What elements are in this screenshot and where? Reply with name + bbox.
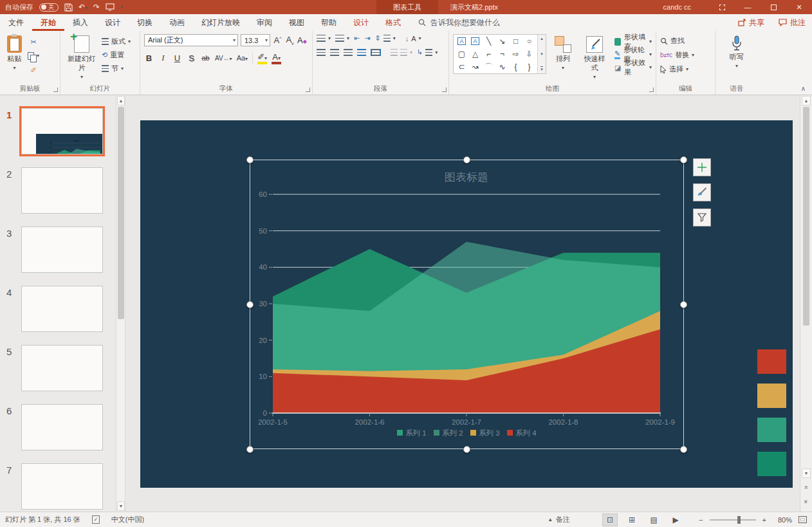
shape-glyph[interactable]: ∿ xyxy=(499,63,505,71)
undo-icon[interactable]: ↶▾ xyxy=(78,3,88,11)
bold-button[interactable]: B xyxy=(144,53,154,63)
shape-glyph[interactable]: ○ xyxy=(527,37,531,45)
quick-styles-button[interactable]: 快速样式▾ xyxy=(580,34,609,79)
thumb-scroll-up-icon[interactable]: ▲ xyxy=(117,96,125,106)
comments-button[interactable]: 批注 xyxy=(779,17,806,28)
select-button[interactable]: 选择▾ xyxy=(660,64,711,74)
ribbon-display-options-icon[interactable] xyxy=(709,0,735,14)
strikethrough-button[interactable]: ab xyxy=(201,54,210,62)
character-spacing-button[interactable]: AV↔▾ xyxy=(215,55,232,62)
tab-文件[interactable]: 文件 xyxy=(0,14,32,31)
tab-切换[interactable]: 切换 xyxy=(129,14,161,31)
slide-thumbnail-6[interactable] xyxy=(21,404,103,450)
next-slide-button[interactable]: » xyxy=(802,497,811,506)
slide-thumbnail-2[interactable] xyxy=(21,167,103,214)
zoom-out-button[interactable]: − xyxy=(699,516,703,524)
tab-插入[interactable]: 插入 xyxy=(64,14,97,31)
shape-glyph[interactable]: △ xyxy=(472,50,478,58)
paragraph-dialog-launcher-icon[interactable] xyxy=(442,88,447,92)
font-name-select[interactable]: Arial (正文)▾ xyxy=(144,34,238,46)
qat-customize-icon[interactable]: ▾ xyxy=(120,5,123,10)
slide-accent-swatch[interactable] xyxy=(757,349,786,374)
tell-me-search[interactable]: 告诉我你想要做什么 xyxy=(418,14,500,31)
new-slide-button[interactable]: 新建幻灯片 ▾ xyxy=(64,34,99,83)
gallery-more-icon[interactable]: ▾ xyxy=(540,66,543,72)
reset-button[interactable]: ⟲重置 xyxy=(102,50,131,60)
shape-glyph[interactable]: ⇩ xyxy=(526,50,532,58)
shrink-font-button[interactable]: Av xyxy=(285,35,295,46)
start-slideshow-icon[interactable] xyxy=(106,3,115,11)
tab-动画[interactable]: 动画 xyxy=(161,14,193,31)
minimize-button[interactable]: — xyxy=(735,0,761,14)
shape-glyph[interactable]: □ xyxy=(513,37,518,45)
shape-glyph[interactable]: ⇨ xyxy=(512,50,519,58)
slide-thumbnail-7[interactable] xyxy=(21,463,103,510)
shape-glyph[interactable]: ▢ xyxy=(458,50,465,58)
shape-glyph[interactable]: ¬ xyxy=(500,50,504,58)
underline-button[interactable]: U xyxy=(172,53,182,63)
reading-view-button[interactable]: ▤ xyxy=(646,513,661,526)
tab-格式[interactable]: 格式 xyxy=(377,14,409,31)
line-spacing-button[interactable]: ⇕▾ xyxy=(374,34,395,42)
numbering-button[interactable]: ▾ xyxy=(335,35,349,42)
distribute-button[interactable] xyxy=(371,49,381,56)
slide-accent-swatch[interactable] xyxy=(757,418,786,442)
text-direction-button[interactable]: ↓A▾ xyxy=(405,35,421,42)
italic-button[interactable]: I xyxy=(158,53,168,63)
drawing-dialog-launcher-icon[interactable] xyxy=(649,88,654,92)
align-left-button[interactable] xyxy=(317,49,326,56)
slideshow-view-button[interactable]: ▶ xyxy=(668,513,683,526)
bullets-button[interactable]: ▾ xyxy=(317,35,331,42)
thumb-scroll-down-icon[interactable]: ▼ xyxy=(117,501,125,511)
increase-indent-button[interactable]: ⇥ xyxy=(364,34,370,42)
convert-smartart-button[interactable]: ↳▾ xyxy=(417,48,438,57)
clipboard-dialog-launcher-icon[interactable] xyxy=(53,88,58,92)
shape-glyph[interactable]: { xyxy=(514,63,517,71)
slide-thumbnail-3[interactable] xyxy=(21,227,103,273)
find-button[interactable]: 查找 xyxy=(660,36,711,46)
language-indicator[interactable]: 中文(中国) xyxy=(111,515,144,524)
notes-button[interactable]: ▲ 备注 xyxy=(548,515,570,524)
selection-handle-ne[interactable] xyxy=(680,156,687,163)
decrease-indent-button[interactable]: ⇤ xyxy=(354,34,360,42)
shape-glyph[interactable]: ⊂ xyxy=(458,63,465,71)
zoom-slider-knob[interactable] xyxy=(737,516,741,524)
arrange-button[interactable]: 排列▾ xyxy=(551,34,575,79)
thumbnail-scrollbar[interactable]: ▲ ▼ xyxy=(116,95,125,512)
justify-button[interactable] xyxy=(357,49,366,56)
replace-button[interactable]: b⇄c替换▾ xyxy=(660,50,711,60)
chart-styles-button[interactable] xyxy=(693,183,711,201)
shape-glyph[interactable]: ⌒ xyxy=(485,63,493,71)
collapse-ribbon-icon[interactable]: ∧ xyxy=(801,85,806,92)
redo-icon[interactable]: ↷ xyxy=(93,3,100,11)
change-case-button[interactable]: Aa▾ xyxy=(237,54,248,62)
cut-button[interactable]: ✂ xyxy=(28,36,39,48)
selection-handle-se[interactable] xyxy=(680,446,687,453)
tab-审阅[interactable]: 审阅 xyxy=(248,14,281,31)
tab-设计[interactable]: 设计 xyxy=(345,14,377,31)
spell-check-icon[interactable]: ✓ xyxy=(92,515,100,524)
tab-幻灯片放映[interactable]: 幻灯片放映 xyxy=(193,14,248,31)
selection-handle-e[interactable] xyxy=(680,301,687,308)
slide-sorter-view-button[interactable]: ⊞ xyxy=(624,513,640,526)
selection-handle-nw[interactable] xyxy=(246,156,254,163)
slide-thumbnail-1[interactable]: 图表标题 01020304050602002-1-52002-1-62002-1… xyxy=(21,108,103,154)
scroll-thumb[interactable] xyxy=(803,107,809,326)
slide-accent-swatch[interactable] xyxy=(757,452,786,476)
normal-view-button[interactable]: ⊡ xyxy=(602,513,618,526)
save-icon[interactable] xyxy=(64,3,73,12)
slide-thumbnail-4[interactable] xyxy=(21,286,103,332)
tab-开始[interactable]: 开始 xyxy=(32,14,64,31)
font-color-button[interactable]: A▾ xyxy=(272,52,281,64)
close-button[interactable]: ✕ xyxy=(786,0,812,14)
scroll-up-icon[interactable]: ▲ xyxy=(802,96,811,106)
columns-button[interactable]: ▾ xyxy=(391,49,412,56)
shape-effects-button[interactable]: ◪形状效果▾ xyxy=(614,61,652,74)
zoom-in-button[interactable]: + xyxy=(762,516,766,524)
copy-button[interactable]: ▾ xyxy=(28,50,39,62)
dictate-button[interactable]: 听写▾ xyxy=(719,34,754,83)
thumb-scroll-thumb[interactable] xyxy=(118,107,124,319)
chart-filters-button[interactable] xyxy=(693,208,711,227)
slide-accent-swatch[interactable] xyxy=(757,384,786,408)
grow-font-button[interactable]: A^ xyxy=(273,35,282,45)
